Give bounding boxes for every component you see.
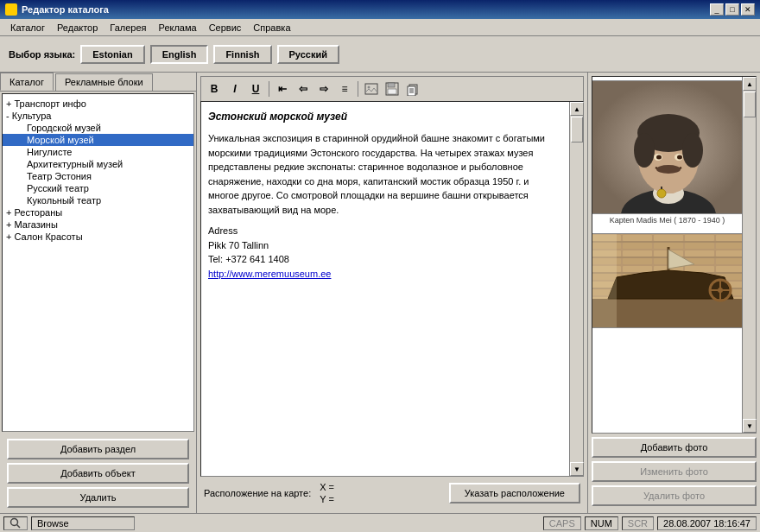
left-panel: Каталог Рекламные блоки + Транспорт инфо…: [0, 73, 197, 513]
app-icon: [5, 3, 17, 16]
svg-point-23: [656, 165, 681, 174]
content-title: Эстонский морской музей: [208, 109, 562, 124]
center-panel: B I U ⇤ ⇦ ⇨ ≡: [197, 73, 587, 513]
status-browse-icon: [3, 516, 28, 530]
svg-rect-38: [592, 234, 617, 328]
content-body: Уникальная экспозиция в старинной орудий…: [208, 131, 562, 217]
tree-item-russian-theater[interactable]: Русский театр: [3, 182, 193, 194]
tree-item-sea-museum[interactable]: Морской музей: [3, 134, 193, 146]
photo-item-museum: [592, 230, 742, 333]
photo-item-person: Kapten Madis Mei ( 1870 - 1940 ): [592, 77, 742, 228]
align-right-button[interactable]: ⇨: [314, 79, 333, 98]
right-panel: Kapten Madis Mei ( 1870 - 1940 ): [587, 73, 760, 513]
svg-point-39: [11, 518, 18, 525]
delete-button[interactable]: Удалить: [7, 487, 189, 508]
menu-editor[interactable]: Редактор: [52, 21, 103, 35]
location-bar: Расположение на карте: X = Y = Указать р…: [200, 477, 584, 510]
right-scrollbar[interactable]: ▲ ▼: [742, 77, 756, 433]
photos-scrollbar-up[interactable]: ▲: [743, 77, 757, 91]
scrollbar-down-arrow[interactable]: ▼: [570, 462, 584, 476]
add-object-button[interactable]: Добавить объект: [7, 463, 189, 484]
text-toolbar: B I U ⇤ ⇦ ⇨ ≡: [200, 76, 584, 101]
underline-button[interactable]: U: [246, 79, 265, 98]
lang-btn-english[interactable]: English: [150, 45, 209, 64]
scrollbar-thumb[interactable]: [571, 117, 583, 142]
language-label: Выбор языка:: [9, 49, 75, 60]
language-bar: Выбор языка: Estonian English Finnish Ру…: [0, 36, 760, 73]
toolbar-separator-2: [358, 81, 358, 97]
svg-line-40: [17, 524, 21, 528]
menu-help[interactable]: Справка: [248, 21, 295, 35]
tree-item-beauty[interactable]: + Салон Красоты: [3, 231, 193, 243]
tree-item-arch-museum[interactable]: Архитектурный музей: [3, 158, 193, 170]
menu-gallery[interactable]: Галерея: [104, 21, 151, 35]
paste-button[interactable]: [403, 79, 422, 98]
photos-scroll-wrapper: Kapten Madis Mei ( 1870 - 1940 ): [592, 76, 757, 434]
bold-button[interactable]: B: [205, 79, 224, 98]
tree-item-niguliste[interactable]: Нигулисте: [3, 146, 193, 158]
tree-item-transport[interactable]: + Транспорт инфо: [3, 98, 193, 110]
content-website[interactable]: http://www.meremuuseum.ee: [208, 269, 331, 279]
svg-rect-3: [388, 83, 395, 87]
magnifier-icon: [10, 517, 22, 529]
photos-scrollbar-down[interactable]: ▼: [743, 419, 757, 433]
tree-item-culture[interactable]: - Культура: [3, 110, 193, 122]
svg-point-17: [634, 133, 655, 168]
status-browse-text: Browse: [31, 516, 135, 530]
location-label: Расположение на карте:: [204, 488, 311, 498]
status-num: NUM: [585, 516, 618, 530]
y-coord-label: Y =: [320, 494, 334, 504]
lang-btn-estonian[interactable]: Estonian: [80, 45, 144, 64]
maximize-button[interactable]: □: [725, 3, 739, 16]
delete-photo-button[interactable]: Удалить фото: [592, 485, 757, 506]
add-photo-button[interactable]: Добавить фото: [592, 437, 757, 458]
lang-btn-russian[interactable]: Русский: [277, 45, 339, 64]
tree-area[interactable]: + Транспорт инфо - Культура Городской му…: [2, 93, 194, 432]
museum-photo: [592, 233, 742, 328]
photos-scrollbar-thumb[interactable]: [744, 92, 756, 117]
svg-point-24: [657, 189, 666, 198]
tab-ad-blocks[interactable]: Рекламные блоки: [55, 73, 153, 91]
close-button[interactable]: ✕: [741, 3, 755, 16]
x-coord-label: X =: [320, 482, 334, 492]
tree-item-shops[interactable]: + Магазины: [3, 218, 193, 231]
scrollbar-up-arrow[interactable]: ▲: [570, 102, 584, 116]
add-section-button[interactable]: Добавить раздел: [7, 439, 189, 459]
tab-catalog[interactable]: Каталог: [0, 73, 54, 91]
svg-rect-4: [388, 89, 396, 94]
italic-button[interactable]: I: [225, 79, 244, 98]
photo-buttons: Добавить фото Изменить фото Удалить фото: [592, 434, 757, 510]
menu-ads[interactable]: Реклама: [154, 21, 202, 35]
lang-btn-finnish[interactable]: Finnish: [213, 45, 271, 64]
align-left-button[interactable]: ⇤: [273, 79, 292, 98]
photos-area[interactable]: Kapten Madis Mei ( 1870 - 1940 ): [592, 77, 742, 433]
save-button[interactable]: [383, 79, 402, 98]
text-editor[interactable]: Эстонский морской музей Уникальная экспо…: [201, 102, 569, 476]
title-bar-text: Редактор каталога: [5, 3, 109, 16]
editor-scrollbar[interactable]: ▲ ▼: [569, 102, 583, 476]
align-center-button[interactable]: ⇦: [294, 79, 313, 98]
window-controls: _ □ ✕: [710, 3, 755, 16]
location-coords: X = Y =: [320, 482, 334, 504]
left-buttons: Добавить раздел Добавить объект Удалить: [0, 434, 196, 513]
editor-scroll-wrapper: Эстонский морской музей Уникальная экспо…: [200, 101, 584, 477]
tree-item-puppet-theater[interactable]: Кукольный театр: [3, 194, 193, 206]
change-photo-button[interactable]: Изменить фото: [592, 461, 757, 482]
photos-scrollbar-track[interactable]: [743, 91, 756, 419]
status-caps: CAPS: [543, 516, 581, 530]
menu-service[interactable]: Сервис: [204, 21, 247, 35]
list-button[interactable]: ≡: [335, 79, 354, 98]
image-button[interactable]: [362, 79, 381, 98]
scrollbar-track[interactable]: [570, 116, 583, 462]
tree-item-restaurants[interactable]: + Рестораны: [3, 206, 193, 218]
tree-item-theater-estonia[interactable]: Театр Эстония: [3, 170, 193, 182]
tree-item-city-museum[interactable]: Городской музей: [3, 122, 193, 134]
museum-photo-svg: [592, 234, 742, 328]
svg-point-18: [682, 133, 703, 168]
menu-bar: Каталог Редактор Галерея Реклама Сервис …: [0, 19, 760, 36]
menu-catalog[interactable]: Каталог: [5, 21, 50, 35]
photo-caption-person: Kapten Madis Mei ( 1870 - 1940 ): [610, 216, 725, 225]
minimize-button[interactable]: _: [710, 3, 724, 16]
save-icon: [385, 82, 399, 96]
set-location-button[interactable]: Указать расположение: [449, 483, 580, 504]
